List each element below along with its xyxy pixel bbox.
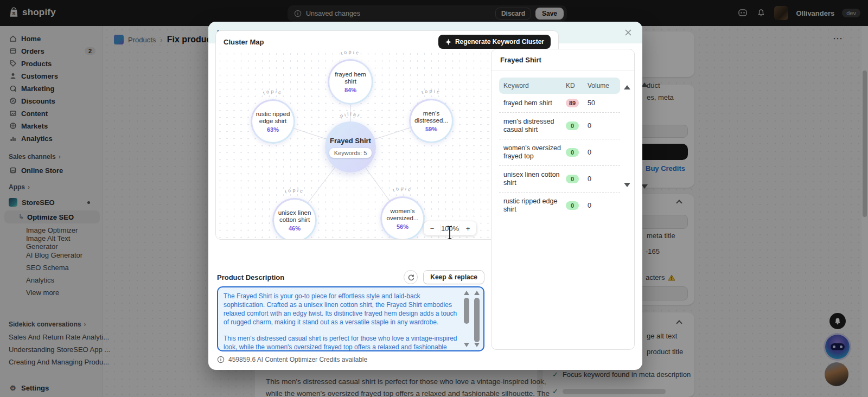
- table-scroll-up-icon[interactable]: [624, 85, 630, 89]
- table-row[interactable]: men's distressed casual shirt 0 0: [499, 113, 620, 139]
- scroll-down-icon: [464, 343, 469, 347]
- kd-badge: 0: [566, 201, 579, 210]
- description-paragraph: This men's distressed casual shirt is pe…: [224, 334, 459, 351]
- text-cursor: [446, 225, 454, 240]
- keyword-cluster-modal: Keyword Cluster Cluster Map Regenerate K…: [208, 22, 642, 370]
- topic-arc-label: topic: [412, 87, 450, 99]
- kd-badge: 0: [566, 148, 579, 157]
- scrollbar-thumb[interactable]: [474, 298, 480, 342]
- pillar-node[interactable]: Frayed Shirt Keywords: 5: [325, 121, 376, 172]
- svg-text:topic: topic: [263, 88, 283, 95]
- topic-node-womens-oversized[interactable]: women's oversized... 56%: [380, 196, 425, 240]
- description-paragraph: The Frayed Shirt is your go-to piece for…: [224, 292, 459, 326]
- scrollbar-thumb[interactable]: [464, 298, 469, 324]
- credits-note: 459859.6 AI Content Optimizer Credits av…: [217, 356, 367, 363]
- table-row[interactable]: women's oversized frayed top 0 0: [499, 139, 620, 166]
- table-row[interactable]: rustic ripped edge shirt 0 0: [499, 193, 620, 219]
- product-description-textarea[interactable]: The Frayed Shirt is your go-to piece for…: [217, 286, 484, 351]
- regenerate-keyword-cluster-button[interactable]: Regenerate Keyword Cluster: [438, 35, 551, 49]
- scroll-up-icon: [474, 291, 480, 295]
- svg-text:topic: topic: [284, 187, 305, 194]
- close-icon[interactable]: [623, 27, 634, 38]
- svg-text:topic: topic: [421, 88, 442, 95]
- topic-node-unisex-linen-cotton-shirt[interactable]: unisex linen cotton shirt 46%: [272, 198, 317, 240]
- zoom-in-button[interactable]: +: [459, 225, 476, 233]
- screen: Products › Fix product duct es, meta Buy…: [0, 0, 868, 397]
- cluster-map-title: Cluster Map: [224, 38, 264, 46]
- product-description-header: Product Description Keep & replace: [217, 270, 484, 284]
- keyword-table: Keyword KD Volume frayed hem shirt 89 50…: [492, 71, 634, 219]
- topic-arc-label: topic: [254, 87, 292, 99]
- table-row[interactable]: frayed hem shirt 89 50: [499, 94, 620, 113]
- kd-badge: 0: [566, 121, 579, 130]
- regenerate-description-button[interactable]: [404, 270, 418, 284]
- topic-node-frayed-hem-shirt[interactable]: frayed hem shirt 84%: [328, 59, 373, 105]
- refresh-icon: [407, 274, 414, 281]
- product-description-title: Product Description: [217, 273, 284, 281]
- scroll-down-icon: [474, 343, 480, 347]
- zoom-out-button[interactable]: −: [424, 225, 441, 233]
- keywords-count-chip: Keywords: 5: [329, 148, 372, 158]
- keep-and-replace-button[interactable]: Keep & replace: [423, 270, 484, 284]
- topic-node-rustic-ripped-edge-shirt[interactable]: rustic ripped edge shirt 63%: [251, 99, 295, 144]
- inner-scrollbar[interactable]: [463, 291, 470, 347]
- outer-scrollbar[interactable]: [474, 291, 481, 347]
- info-icon: [217, 356, 225, 363]
- pillar-arc-label: pillar: [331, 110, 369, 122]
- svg-text:topic: topic: [392, 185, 413, 193]
- keyword-panel-title: Frayed Shirt: [492, 49, 634, 71]
- keyword-table-header: Keyword KD Volume: [499, 78, 620, 94]
- topic-arc-label: topic: [384, 184, 422, 196]
- topic-arc-label: topic: [276, 186, 314, 198]
- sparkle-icon: [445, 39, 452, 46]
- kd-badge: 89: [566, 99, 579, 107]
- kd-badge: 0: [566, 175, 579, 183]
- topic-node-mens-distressed[interactable]: men's distressed... 59%: [409, 99, 454, 143]
- keyword-panel: Frayed Shirt Keyword KD Volume frayed he…: [491, 49, 635, 350]
- svg-text:pillar: pillar: [339, 111, 361, 119]
- table-row[interactable]: unisex linen cotton shirt 0 0: [499, 166, 620, 193]
- table-scroll-down-icon[interactable]: [624, 183, 630, 187]
- scroll-up-icon: [464, 291, 469, 295]
